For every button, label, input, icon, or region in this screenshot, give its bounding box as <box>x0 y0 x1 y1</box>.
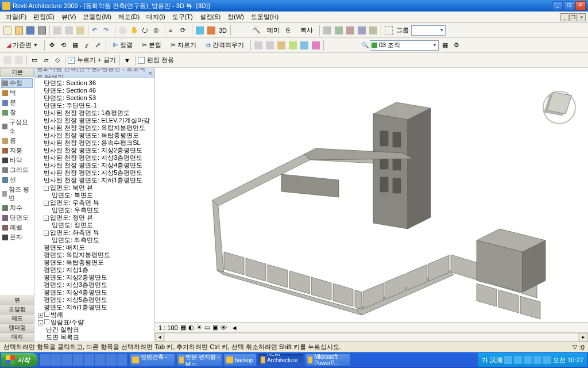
ql-icon-2[interactable] <box>51 354 61 366</box>
vis-apply-button[interactable]: ▦ <box>440 40 450 51</box>
palette-tool-3[interactable]: 창 <box>1 108 33 117</box>
doc-close-button[interactable]: × <box>578 13 586 21</box>
redo-button[interactable]: ↷ <box>102 25 113 36</box>
palette-tool-5[interactable]: 룸 <box>1 136 33 145</box>
new-button[interactable] <box>2 25 13 36</box>
shadows-button[interactable]: ☀ <box>196 324 202 331</box>
menu-window[interactable]: 창(W) <box>224 12 247 22</box>
demolish-label-button[interactable]: 데미 <box>263 25 284 36</box>
lang-indicator[interactable]: 가 汉湖 <box>482 356 502 365</box>
palette-tool-1[interactable]: 벽 <box>1 88 33 98</box>
offset-button[interactable]: ⇉간격띄우기 <box>202 40 248 51</box>
task-button-2[interactable]: backup <box>223 354 257 366</box>
palette-tool-2[interactable]: 문 <box>1 98 33 108</box>
press-pull-checkbox[interactable]: ✓ <box>68 57 75 64</box>
3d-canvas[interactable] <box>155 68 588 322</box>
opt-btn5[interactable]: ◇ <box>52 55 63 66</box>
menu-drafting[interactable]: 제도(D) <box>115 12 143 22</box>
mirror-button[interactable]: ⫽ <box>82 40 92 51</box>
close-button[interactable]: × <box>575 1 586 10</box>
maximize-button[interactable]: □ <box>564 1 574 10</box>
tray-icon-4[interactable] <box>533 356 541 364</box>
extrude-button[interactable] <box>322 25 332 36</box>
paste-button[interactable] <box>75 25 86 36</box>
ql-icon-5[interactable] <box>84 354 94 366</box>
scale-button[interactable]: ⤢ <box>93 40 103 51</box>
array-button[interactable]: ▦ <box>70 40 80 51</box>
trim-button[interactable]: ✂자르기 <box>167 40 200 51</box>
scale-display[interactable]: 1 : 100 <box>158 324 178 331</box>
copy-button[interactable] <box>64 25 74 36</box>
ql-icon-7[interactable] <box>106 354 116 366</box>
palette-tool-8[interactable]: 그리드 <box>1 165 33 175</box>
browser-close-icon[interactable]: × <box>149 70 152 76</box>
render-button[interactable] <box>206 25 216 36</box>
open-button[interactable] <box>14 25 24 36</box>
palette-tab-0[interactable]: 뷰 <box>0 296 34 305</box>
revolve-button[interactable] <box>357 25 367 36</box>
clock[interactable]: 오전 10:27 <box>553 356 583 365</box>
extra1-button[interactable] <box>253 40 264 51</box>
system-tray[interactable]: 가 汉湖 오전 10:27 <box>478 353 587 367</box>
crop-visible-button[interactable]: ▣ <box>212 324 218 331</box>
task-button-1[interactable]: 받은 편지함 - Micr... <box>176 354 222 366</box>
vis-settings-button[interactable]: ⚙ <box>451 40 462 51</box>
minimize-button[interactable]: _ <box>552 1 563 10</box>
doc-restore-button[interactable]: ❐ <box>569 13 577 21</box>
view-cube[interactable] <box>542 85 577 120</box>
hide-button[interactable]: 👁 <box>220 324 227 331</box>
palette-tool-14[interactable]: 문자 <box>1 232 33 242</box>
opt-btn3[interactable]: ▭ <box>29 55 40 66</box>
extra5-button[interactable] <box>299 40 310 51</box>
palette-tool-7[interactable]: 바닥 <box>1 155 33 165</box>
group-icon[interactable] <box>384 25 394 36</box>
crop-button[interactable]: ▭ <box>204 324 210 331</box>
menu-modeling[interactable]: 모델링(M) <box>79 12 115 22</box>
menu-edit[interactable]: 편집(E) <box>30 12 58 22</box>
task-button-4[interactable]: Microsoft PowerP... <box>305 354 351 366</box>
palette-tool-10[interactable]: 참조 평면 <box>1 185 33 203</box>
extra3-button[interactable] <box>276 40 287 51</box>
ql-icon-6[interactable] <box>95 354 105 366</box>
filter-icon[interactable]: ▽ <box>572 343 577 351</box>
menu-view[interactable]: 뷰(V) <box>58 12 80 22</box>
sync-button[interactable]: ⟳ <box>179 25 189 36</box>
palette-tab-3[interactable]: 렌더링 <box>0 323 34 332</box>
scroll-right-button[interactable]: ► <box>579 333 588 342</box>
view-scale-combo[interactable]: 03 조직▼ <box>370 40 439 51</box>
palette-tool-11[interactable]: 치수 <box>1 203 33 213</box>
browser-tree[interactable]: 단면도: Section 36단면도: Section 46단면도: Secti… <box>34 78 154 342</box>
opt-btn4[interactable]: ▱ <box>41 55 51 66</box>
save-button[interactable] <box>25 25 36 36</box>
sweep-button[interactable] <box>368 25 378 36</box>
menu-tools[interactable]: 도구(T) <box>169 12 196 22</box>
palette-tool-13[interactable]: 레벨 <box>1 223 33 232</box>
menu-file[interactable]: 파일(F) <box>2 12 30 22</box>
palette-tab-4[interactable]: 대지 <box>0 332 34 342</box>
palette-tool-4[interactable]: 구성요소 <box>1 117 33 136</box>
extra6-button[interactable] <box>311 40 321 51</box>
copy-tool-label[interactable]: 복사 <box>296 25 317 36</box>
group-combo[interactable]: ▼ <box>411 25 446 36</box>
print-button[interactable] <box>37 25 47 36</box>
copy-tool-button[interactable]: ⎘ <box>285 25 295 36</box>
void-button[interactable] <box>334 25 344 36</box>
opt-btn1[interactable] <box>2 55 13 66</box>
tray-icon-5[interactable] <box>543 356 551 364</box>
split-button[interactable]: ✂분할 <box>138 40 165 51</box>
ql-icon-4[interactable] <box>73 354 83 366</box>
browser-title-bar[interactable]: 동화약품 건축(연구동)-방용민 - 프로젝트 탐색기 × <box>34 68 154 78</box>
undo-button[interactable]: ↶ <box>91 25 101 36</box>
visual-style-button[interactable]: ◐ <box>188 324 194 331</box>
filter-button[interactable]: ▼ <box>122 55 133 66</box>
horizontal-scrollbar[interactable]: ◄ ► <box>155 332 588 342</box>
task-button-3[interactable]: Revit Architecture ... <box>258 354 304 366</box>
palette-tool-0[interactable]: 수정 <box>1 78 33 88</box>
ql-icon-8[interactable] <box>117 354 127 366</box>
palette-tab-1[interactable]: 모델링 <box>0 305 34 314</box>
zoom-button[interactable] <box>118 25 128 36</box>
scroll-left-button[interactable]: ◄ <box>155 333 164 342</box>
detail-level-button[interactable]: ▦ <box>180 324 186 331</box>
rotate-button[interactable]: ⟲ <box>59 40 69 51</box>
palette-tool-12[interactable]: 단면도 <box>1 213 33 223</box>
